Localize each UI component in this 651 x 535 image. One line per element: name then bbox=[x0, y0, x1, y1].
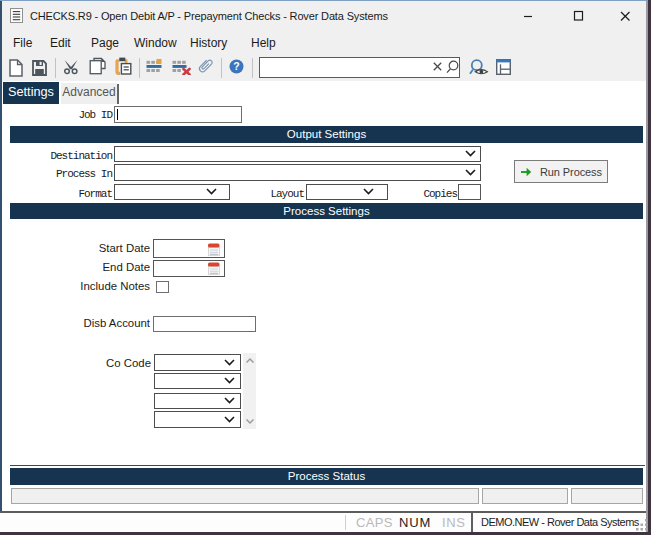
svg-text:?: ? bbox=[233, 60, 239, 72]
